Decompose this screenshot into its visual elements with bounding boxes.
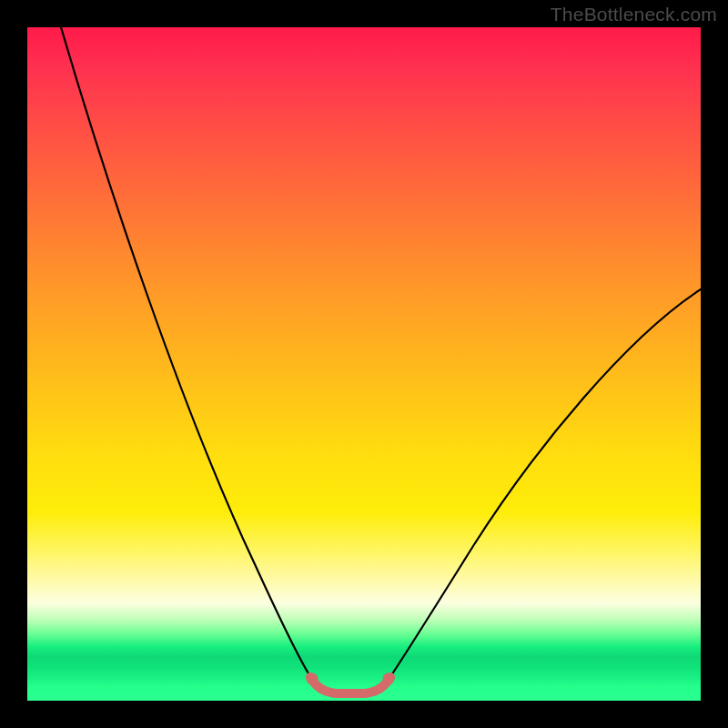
chart-frame: TheBottleneck.com	[0, 0, 728, 728]
curve-flat-segment	[310, 677, 390, 693]
plot-area	[27, 27, 701, 701]
watermark-text: TheBottleneck.com	[551, 4, 717, 25]
bottleneck-curve	[27, 27, 701, 701]
flat-right-end-dot	[383, 673, 395, 685]
flat-left-end-dot	[307, 673, 318, 685]
curve-right-branch	[388, 289, 701, 681]
curve-left-branch	[61, 27, 313, 681]
